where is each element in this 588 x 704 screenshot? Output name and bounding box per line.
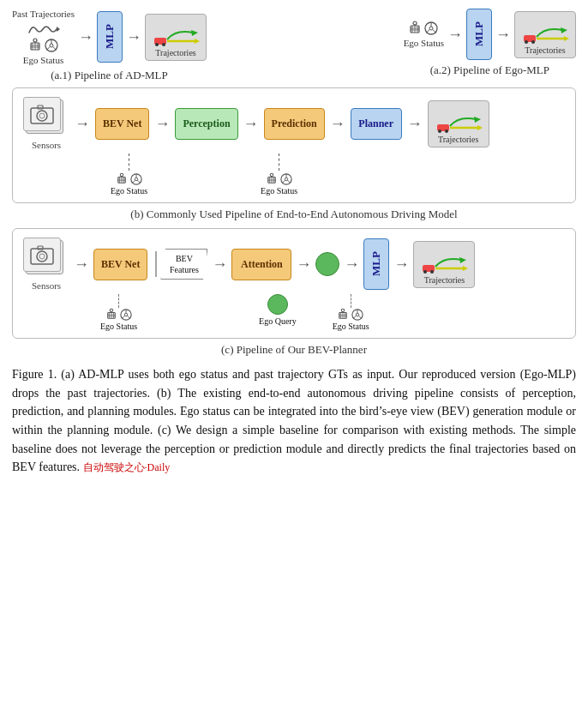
steering-icon-b1 (130, 173, 142, 185)
svg-point-92 (110, 309, 112, 311)
planner-box: Planner (351, 108, 402, 140)
perception-label: Perception (183, 117, 230, 129)
ego-query-col: Ego Query (259, 294, 297, 326)
cam-layer-3 (23, 97, 61, 131)
svg-line-97 (122, 316, 125, 319)
ego-status-col-b2: Ego Status (261, 153, 297, 196)
prediction-box: Prediction (264, 108, 325, 140)
svg-point-76 (37, 251, 47, 262)
section-c-wrapper: Sensors → BEV Net BEVFeatures → Attentio… (12, 228, 576, 357)
svg-point-7 (33, 39, 37, 42)
cam-layer-3c (23, 238, 61, 272)
sensors-block-c: Sensors (23, 238, 69, 291)
caption-ad-mlp: (a.1) Pipeline of AD-MLP (51, 69, 167, 82)
ego-status-col-b1: Ego Status (111, 153, 147, 196)
ego-icons-c1 (106, 308, 132, 322)
pipeline-ego-mlp: Ego Status → MLP → Trajectories (404, 9, 576, 77)
traj-label-b: Trajectories (438, 135, 478, 144)
steering-icon-c1 (120, 309, 132, 321)
ego-icons-b2 (267, 172, 292, 186)
svg-line-13 (52, 46, 56, 50)
svg-line-111 (359, 316, 363, 319)
svg-line-31 (427, 29, 430, 33)
ad-mlp-row: Past Trajectories (12, 9, 207, 65)
svg-marker-46 (474, 117, 481, 123)
ego-mlp-row: Ego Status → MLP → Trajectories (404, 9, 576, 60)
section-b: Sensors → BEV Net → Perception → Predict… (12, 87, 576, 203)
bev-net-label-b: BEV Net (103, 117, 141, 129)
dashed-line-c2 (351, 294, 351, 308)
caption-c: (c) Pipeline of Our BEV-Planner (12, 343, 576, 357)
bev-para-wrapper: BEVFeatures (152, 249, 207, 280)
section-b-wrapper: Sensors → BEV Net → Perception → Predict… (12, 87, 576, 221)
camera-stack-c (23, 238, 69, 280)
prediction-label: Prediction (272, 117, 317, 129)
mlp-box-c: MLP (363, 238, 389, 290)
arrow-b5: → (407, 116, 423, 131)
imu-icon (29, 38, 41, 53)
svg-line-61 (137, 180, 141, 184)
dashed-arrow-b2 (279, 153, 279, 171)
arrow-ego-2: → (495, 27, 511, 42)
ego-icons-b1 (117, 172, 142, 186)
bev-net-label-c: BEV Net (101, 258, 140, 270)
imu-icon-c2 (338, 308, 348, 322)
ego-query-label: Ego Query (259, 316, 297, 326)
svg-line-98 (127, 316, 130, 319)
svg-point-68 (270, 173, 273, 176)
svg-point-105 (341, 309, 344, 311)
section-b-main-row: Sensors → BEV Net → Perception → Predict… (23, 97, 565, 150)
arrow-c1: → (74, 256, 89, 272)
imu-icon-b1 (117, 172, 127, 186)
traj-box-ad: Trajectories (145, 14, 207, 61)
sensors-label-c: Sensors (32, 280, 61, 291)
svg-marker-19 (195, 39, 200, 44)
watermark-text: 自动驾驶之心·Daily (83, 461, 171, 473)
steering-icon-b2 (280, 173, 292, 185)
sensors-label-b: Sensors (32, 140, 61, 150)
svg-point-71 (285, 178, 288, 181)
traj-label-ad: Trajectories (155, 48, 195, 57)
svg-line-73 (282, 180, 285, 184)
sensors-block-b: Sensors (23, 97, 69, 150)
imu-icon-b2 (267, 172, 277, 186)
ego-query-circle (315, 252, 339, 276)
svg-marker-48 (477, 125, 483, 130)
steering-icon-c2 (351, 309, 363, 321)
ego-status-text-b1: Ego Status (111, 186, 147, 196)
arrow-ego-1: → (447, 27, 463, 42)
mlp-box-ad: MLP (97, 11, 123, 63)
svg-line-60 (132, 180, 135, 184)
svg-point-81 (423, 270, 427, 274)
past-traj-label: Past Trajectories (12, 9, 75, 19)
figure-caption: Figure 1. (a) AD-MLP uses both ego statu… (12, 365, 576, 477)
ego-status-text-c2: Ego Status (333, 322, 369, 331)
planner-label: Planner (358, 117, 393, 129)
camera-icon-b (30, 104, 54, 124)
svg-point-77 (39, 254, 45, 259)
svg-marker-85 (463, 266, 468, 271)
ego-status-text-c1: Ego Status (100, 322, 137, 331)
svg-point-108 (356, 313, 359, 316)
svg-point-44 (438, 129, 441, 133)
arrow-ad-1: → (78, 29, 93, 45)
ad-mlp-input: Past Trajectories (12, 9, 75, 65)
ego-icons-row-ad (29, 38, 58, 53)
bev-features-box: BEVFeatures (160, 249, 207, 280)
ego-query-circle-below (267, 294, 288, 315)
ego-status-label-ad: Ego Status (23, 55, 63, 65)
slash-icon-c (152, 251, 160, 277)
camera-icon-c (30, 244, 54, 265)
perception-box: Perception (175, 108, 237, 140)
bev-net-box-b: BEV Net (95, 108, 149, 140)
attention-box: Attention (231, 249, 291, 280)
bev-features-label: BEVFeatures (170, 254, 199, 274)
traj-label-ego: Trajectories (525, 45, 565, 55)
traj-box-c: Trajectories (413, 241, 475, 288)
dashed-arrow-b1 (129, 153, 129, 171)
arrow-c4: → (344, 256, 359, 272)
arrow-b1: → (75, 116, 90, 131)
imu-icon-c1 (106, 308, 117, 322)
svg-point-58 (135, 178, 138, 181)
svg-marker-36 (561, 27, 567, 33)
